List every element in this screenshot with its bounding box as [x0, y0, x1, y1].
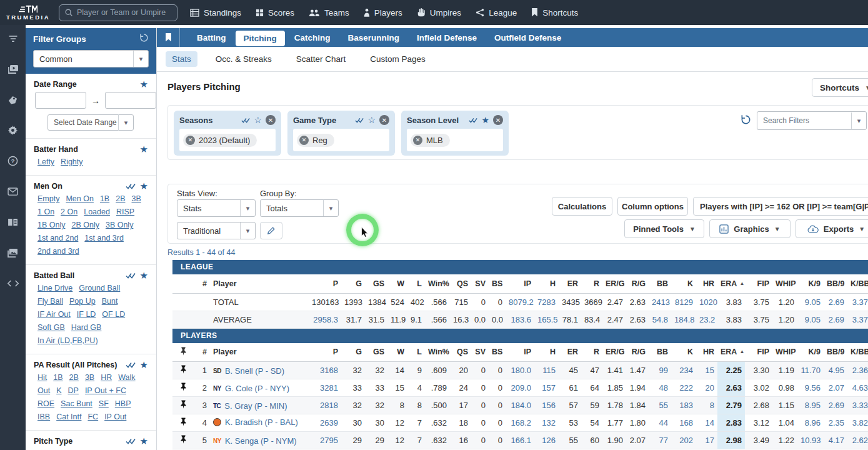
- tab-main[interactable]: Pitching: [236, 31, 285, 46]
- player-link[interactable]: G. Cole (P - NYY): [225, 384, 289, 393]
- filter-link[interactable]: K: [56, 386, 61, 396]
- filter-link[interactable]: 1 On: [37, 207, 54, 218]
- column-header-R[interactable]: R: [581, 343, 602, 362]
- stat-cell-HR[interactable]: 17: [696, 432, 717, 449]
- nav-scores[interactable]: Scores: [256, 8, 294, 18]
- chip-remove-icon[interactable]: ✕: [299, 136, 309, 145]
- column-header-IP[interactable]: IP: [506, 274, 534, 293]
- stat-cell-K/BB[interactable]: 3.33: [847, 397, 868, 414]
- filter-link[interactable]: Bunt: [102, 296, 118, 307]
- stat-cell-P[interactable]: 3168: [309, 362, 341, 379]
- column-header-L[interactable]: L: [407, 274, 425, 293]
- filter-link[interactable]: Walk: [118, 372, 135, 383]
- filter-link[interactable]: 1B: [100, 194, 109, 204]
- filter-link[interactable]: 2 On: [61, 207, 77, 218]
- column-header-SV[interactable]: SV: [471, 343, 489, 362]
- stat-cell-K/BB[interactable]: 2.62: [847, 432, 868, 449]
- nav-umpires[interactable]: Umpires: [417, 8, 461, 18]
- stat-cell-K/9[interactable]: 8.96: [797, 414, 824, 432]
- stat-cell-K/BB[interactable]: 3.37: [847, 311, 868, 328]
- stat-cell-H[interactable]: 7283: [534, 293, 559, 311]
- stat-cell-K[interactable]: 184.8: [671, 311, 696, 328]
- filter-link[interactable]: Soft GB: [37, 322, 65, 333]
- qualifier-button[interactable]: Players with [IP] >= 162 OR [IP] >= team…: [693, 197, 868, 216]
- favorite-star-icon[interactable]: ★: [140, 361, 148, 369]
- filter-link[interactable]: 2B: [69, 372, 79, 383]
- column-header-SV[interactable]: SV: [471, 274, 489, 293]
- column-header-R/G[interactable]: R/G: [626, 274, 649, 293]
- stat-cell-BB/9[interactable]: 4.17: [824, 432, 847, 449]
- column-header-BB[interactable]: BB: [649, 343, 671, 362]
- column-header-L[interactable]: L: [407, 343, 425, 362]
- stat-cell-K/9[interactable]: 9.05: [797, 293, 824, 311]
- column-header-K/9[interactable]: K/9: [797, 274, 824, 293]
- filter-link[interactable]: Line Drive: [37, 283, 72, 294]
- stat-cell-IP[interactable]: 8079.2: [506, 293, 534, 311]
- stat-cell-BB[interactable]: 77: [649, 432, 671, 449]
- stat-cell-IP[interactable]: 180.0: [506, 362, 534, 379]
- column-options-button[interactable]: Column options: [617, 197, 688, 216]
- stat-cell-K[interactable]: 168: [671, 414, 696, 432]
- filter-link[interactable]: HR: [101, 372, 112, 383]
- column-header-K[interactable]: K: [671, 343, 696, 362]
- stat-cell-BB[interactable]: 99: [649, 362, 671, 379]
- stat-cell-IP[interactable]: 184.0: [506, 397, 534, 414]
- column-header-ER[interactable]: ER: [559, 343, 581, 362]
- filter-link[interactable]: IF Air Out: [37, 309, 71, 320]
- embed-code-icon[interactable]: [7, 278, 19, 289]
- filter-link[interactable]: 1B: [53, 372, 62, 383]
- filter-group-select[interactable]: Common ▾: [33, 50, 149, 68]
- column-header-H[interactable]: H: [534, 343, 559, 362]
- media-images-icon[interactable]: [7, 247, 19, 259]
- column-header-K/BB[interactable]: K/BB: [847, 274, 868, 293]
- pin-row-button[interactable]: [172, 397, 194, 414]
- filter-link[interactable]: Pop Up: [69, 296, 96, 307]
- tab-main[interactable]: Infield Defense: [409, 30, 485, 46]
- favorite-star-icon[interactable]: ☆: [254, 115, 262, 125]
- stat-cell-K/BB[interactable]: 4.63: [847, 379, 868, 397]
- remove-filter-icon[interactable]: ✕: [266, 115, 276, 125]
- global-search[interactable]: [59, 4, 177, 21]
- graphics-button[interactable]: Graphics ▼: [709, 219, 791, 238]
- filters-icon[interactable]: [7, 32, 19, 44]
- stat-cell-HR[interactable]: 23.2: [696, 311, 717, 328]
- filter-link[interactable]: 2nd and 3rd: [37, 246, 79, 257]
- select-all-checks-icon[interactable]: [469, 118, 477, 123]
- filter-link[interactable]: 3B: [85, 372, 94, 383]
- player-column-header[interactable]: Player: [210, 343, 309, 362]
- select-all-checks-icon[interactable]: [126, 362, 136, 368]
- filter-link[interactable]: Out: [37, 386, 50, 396]
- column-header-FIP[interactable]: FIP: [745, 274, 772, 293]
- stat-cell-H[interactable]: 165.5: [534, 311, 559, 328]
- favorite-star-icon[interactable]: ★: [140, 437, 148, 446]
- help-icon[interactable]: ?: [7, 155, 19, 167]
- pin-row-button[interactable]: [172, 362, 194, 379]
- column-header-ER/G[interactable]: ER/G: [602, 274, 626, 293]
- stat-cell-K/9[interactable]: 8.95: [797, 397, 824, 414]
- remove-filter-icon[interactable]: ✕: [379, 115, 389, 125]
- stat-cell-P[interactable]: 2639: [309, 414, 341, 432]
- column-header-BB/9[interactable]: BB/9: [824, 343, 847, 362]
- filter-link[interactable]: SF: [99, 399, 109, 409]
- stat-cell-BB[interactable]: 55: [649, 397, 671, 414]
- filter-link[interactable]: Hit: [37, 372, 47, 383]
- filter-link[interactable]: HBP: [115, 399, 131, 409]
- tab-sub[interactable]: Custom Pages: [364, 51, 432, 67]
- filter-link[interactable]: 1B Only: [37, 220, 65, 231]
- pin-column-header[interactable]: [172, 343, 194, 362]
- remove-filter-icon[interactable]: ✕: [493, 115, 503, 125]
- column-header-P[interactable]: P: [309, 274, 341, 293]
- stat-cell-K/BB[interactable]: 3.37: [847, 293, 868, 311]
- pin-row-button[interactable]: [172, 379, 194, 397]
- stat-cell-BB[interactable]: 54.8: [649, 311, 671, 328]
- player-column-header[interactable]: Player: [210, 274, 309, 293]
- stat-cell-H[interactable]: 156: [534, 397, 559, 414]
- tab-main[interactable]: Baserunning: [340, 30, 408, 46]
- edit-stat-set-button[interactable]: [260, 222, 282, 239]
- filter-chip[interactable]: ✕ MLB: [411, 134, 450, 147]
- column-header-HR[interactable]: HR: [696, 274, 717, 293]
- stat-cell-K[interactable]: 202: [671, 432, 696, 449]
- stat-cell-BB/9[interactable]: 4.95: [824, 362, 847, 379]
- tab-sub[interactable]: Stats: [166, 51, 197, 67]
- search-filters-select[interactable]: Search Filters ▾: [757, 111, 867, 130]
